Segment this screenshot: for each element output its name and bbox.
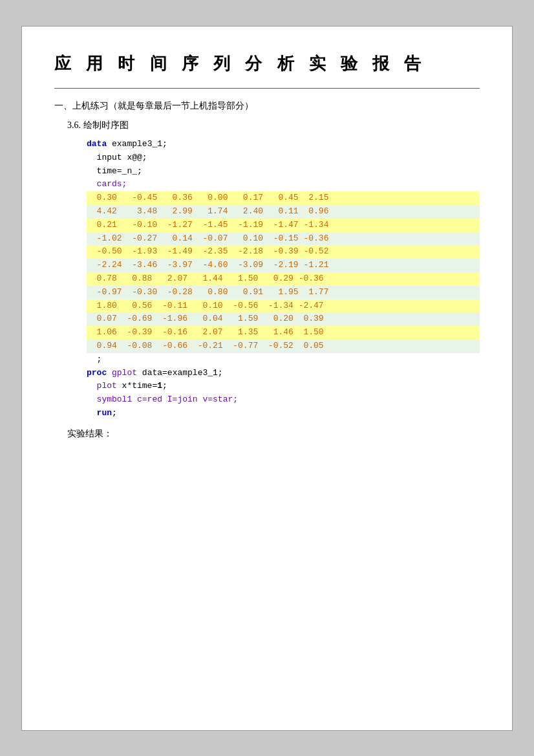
- data-row-1: 0.30 -0.45 0.36 0.00 0.17 0.45 2.15: [87, 191, 480, 205]
- code-block: data example3_1; input x@@; time=_n_; ca…: [87, 138, 480, 420]
- divider: [54, 88, 480, 89]
- data-row-6: -2.24 -3.46 -3.97 -4.60 -3.09 -2.19 -1.2…: [87, 259, 480, 272]
- code-line-8: symbol1 c=red I=join v=star;: [87, 393, 480, 407]
- data-row-9: 1.80 0.56 -0.11 0.10 -0.56 -1.34 -2.47: [87, 299, 480, 313]
- page-title: 应 用 时 间 序 列 分 析 实 验 报 告: [54, 52, 480, 75]
- data-row-10: 0.07 -0.69 -1.96 0.04 1.59 0.20 0.39: [87, 312, 480, 326]
- data-row-3: 0.21 -0.10 -1.27 -1.45 -1.19 -1.47 -1.34: [87, 219, 480, 232]
- code-line-6: proc gplot data=example3_1;: [87, 367, 480, 380]
- code-line-3: time=_n_;: [87, 165, 480, 178]
- code-line-2: input x@@;: [87, 151, 480, 165]
- code-line-5: ;: [87, 353, 480, 367]
- keyword-plot: plot: [87, 381, 117, 391]
- keyword-bold-1: 1: [157, 381, 162, 391]
- code-line-1: data example3_1;: [87, 138, 480, 151]
- subsection-heading: 3.6. 绘制时序图: [67, 120, 480, 131]
- keyword-proc: proc: [87, 368, 107, 378]
- code-line-4: cards;: [87, 178, 480, 191]
- keyword-run: run: [97, 408, 112, 418]
- keyword-data: data: [87, 139, 107, 149]
- code-line-10: run;: [87, 407, 480, 420]
- data-row-12: 0.94 -0.08 -0.66 -0.21 -0.77 -0.52 0.05: [87, 340, 480, 353]
- data-row-7: 0.78 0.88 2.07 1.44 1.50 0.29 -0.36: [87, 272, 480, 286]
- keyword-symbol: symbol1 c=red I=join v=star;: [87, 394, 238, 404]
- keyword-cards: cards;: [87, 179, 127, 189]
- data-row-2: 4.42 3.48 2.99 1.74 2.40 0.11 0.96: [87, 205, 480, 219]
- data-row-5: -0.50 -1.93 -1.49 -2.35 -2.18 -0.39 -0.5…: [87, 245, 480, 259]
- keyword-gplot: gplot: [107, 368, 137, 378]
- result-label: 实验结果：: [67, 428, 480, 440]
- section-heading: 一、上机练习（就是每章最后一节上机指导部分）: [54, 100, 480, 112]
- code-line-7: plot x*time=1;: [87, 380, 480, 393]
- page: 应 用 时 间 序 列 分 析 实 验 报 告 一、上机练习（就是每章最后一节上…: [21, 26, 513, 731]
- data-row-11: 1.06 -0.39 -0.16 2.07 1.35 1.46 1.50: [87, 326, 480, 340]
- data-row-4: -1.02 -0.27 0.14 -0.07 0.10 -0.15 -0.36: [87, 232, 480, 246]
- data-row-8: -0.97 -0.30 -0.28 0.80 0.91 1.95 1.77: [87, 286, 480, 299]
